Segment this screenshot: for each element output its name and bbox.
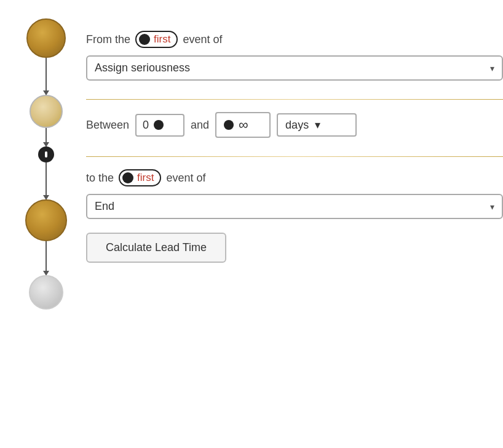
min-value-box[interactable]: 0 bbox=[135, 114, 184, 137]
pill-label-top: first bbox=[154, 33, 170, 46]
circle-light-gray bbox=[29, 275, 63, 310]
calculate-button-label: Calculate Lead Time bbox=[106, 241, 207, 254]
between-row: Between 0 and ∞ days ▾ bbox=[86, 112, 503, 138]
section-between: Between 0 and ∞ days ▾ bbox=[86, 112, 503, 138]
infinity-symbol: ∞ bbox=[239, 117, 248, 133]
divider-2 bbox=[86, 156, 503, 157]
first-pill-bottom[interactable]: first bbox=[119, 169, 161, 186]
to-prefix: to the bbox=[86, 172, 114, 185]
from-suffix: event of bbox=[183, 33, 222, 46]
chevron-down-icon-days: ▾ bbox=[315, 118, 320, 132]
event-dropdown-bottom-label: End bbox=[95, 200, 484, 213]
max-value-box[interactable]: ∞ bbox=[215, 112, 271, 138]
from-row: From the first event of bbox=[86, 31, 503, 48]
days-dropdown[interactable]: days ▾ bbox=[277, 113, 357, 137]
dot-min bbox=[154, 120, 164, 130]
first-pill-top[interactable]: first bbox=[135, 31, 178, 48]
connector-3 bbox=[46, 162, 47, 199]
timeline bbox=[12, 12, 80, 436]
connector-1 bbox=[46, 58, 47, 95]
from-prefix: From the bbox=[86, 33, 130, 46]
chevron-down-icon-top: ▾ bbox=[490, 63, 494, 73]
divider-1 bbox=[86, 99, 503, 100]
between-label: Between bbox=[86, 119, 129, 132]
connector-2 bbox=[46, 128, 47, 146]
main-content: From the first event of Assign seriousne… bbox=[80, 12, 503, 436]
dot-max bbox=[224, 120, 234, 130]
circle-black-inner bbox=[45, 151, 47, 158]
event-dropdown-top[interactable]: Assign seriousness ▾ bbox=[86, 55, 503, 81]
chevron-down-icon-bottom: ▾ bbox=[490, 202, 494, 212]
event-dropdown-top-label: Assign seriousness bbox=[95, 62, 484, 74]
min-value: 0 bbox=[143, 119, 149, 132]
to-row: to the first event of bbox=[86, 169, 503, 186]
and-label: and bbox=[191, 119, 209, 132]
circle-gold-bottom bbox=[25, 199, 67, 241]
to-suffix: event of bbox=[166, 172, 205, 185]
section-from: From the first event of Assign seriousne… bbox=[86, 18, 503, 81]
pill-dot-top bbox=[139, 34, 150, 45]
calculate-button[interactable]: Calculate Lead Time bbox=[86, 233, 226, 263]
event-dropdown-bottom[interactable]: End ▾ bbox=[86, 194, 503, 219]
pill-dot-bottom bbox=[122, 172, 133, 183]
circle-gold-mid bbox=[30, 95, 63, 128]
pill-label-bottom: first bbox=[137, 172, 154, 184]
section-to: to the first event of End ▾ Calculate Le… bbox=[86, 169, 503, 263]
days-label: days bbox=[285, 119, 309, 132]
circle-gold-top bbox=[26, 18, 66, 58]
circle-black bbox=[38, 146, 54, 162]
connector-4 bbox=[46, 241, 47, 275]
